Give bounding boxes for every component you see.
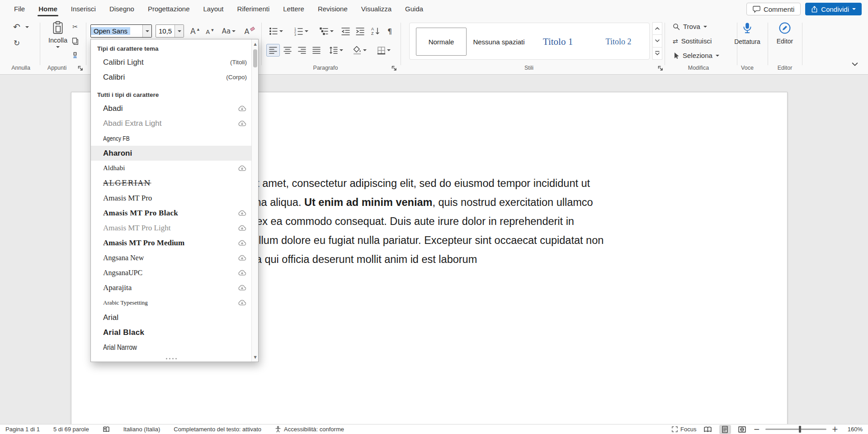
- font-option-abadi-extra-light[interactable]: Abadi Extra Light: [91, 116, 251, 131]
- align-right-button[interactable]: [296, 44, 308, 56]
- sort-button[interactable]: A Z: [369, 25, 382, 37]
- change-case-button[interactable]: Aa: [220, 25, 238, 37]
- scrollbar-up-arrow[interactable]: ▲: [252, 40, 259, 48]
- word-count[interactable]: 5 di 69 parole: [53, 426, 89, 433]
- styles-dialog-launcher[interactable]: [658, 66, 663, 71]
- style-titolo-2[interactable]: Titolo 2: [592, 28, 645, 56]
- replace-icon: ⇄: [673, 38, 678, 45]
- tab-inserisci[interactable]: Inserisci: [64, 0, 103, 18]
- bullets-button[interactable]: [268, 25, 284, 37]
- page-indicator[interactable]: Pagina 1 di 1: [5, 426, 40, 433]
- font-name-dropdown-arrow[interactable]: [142, 25, 151, 37]
- dropdown-resize-grip[interactable]: [91, 356, 251, 361]
- tab-lettere[interactable]: Lettere: [276, 0, 311, 18]
- tab-revisione[interactable]: Revisione: [311, 0, 354, 18]
- justify-button[interactable]: [310, 44, 323, 56]
- zoom-slider-thumb[interactable]: [799, 426, 801, 433]
- copy-button[interactable]: [70, 36, 80, 46]
- undo-chevron-icon[interactable]: [25, 26, 29, 28]
- styles-scroll-up-button[interactable]: [652, 22, 662, 35]
- font-option-arial-black[interactable]: Arial Black: [91, 325, 251, 340]
- align-left-icon: [269, 46, 277, 54]
- share-button[interactable]: Condividi: [805, 3, 862, 15]
- editor-button[interactable]: Editor: [771, 22, 798, 62]
- clipboard-dialog-launcher[interactable]: [78, 66, 83, 71]
- multilevel-list-button[interactable]: [318, 25, 335, 37]
- zoom-slider[interactable]: [765, 429, 826, 430]
- font-option-amasis-mt-pro-medium[interactable]: Amasis MT Pro Medium: [91, 235, 251, 250]
- scrollbar-down-arrow[interactable]: ▼: [252, 353, 259, 361]
- font-size-combobox[interactable]: 10,5: [156, 24, 184, 38]
- clear-formatting-button[interactable]: A: [242, 25, 257, 37]
- read-mode-button[interactable]: [702, 425, 714, 434]
- accessibility-status[interactable]: Accessibilità: conforme: [275, 426, 344, 433]
- font-option-angsanaupc[interactable]: AngsanaUPC: [91, 265, 251, 280]
- decrease-indent-button[interactable]: [340, 25, 352, 37]
- language-indicator[interactable]: Italiano (Italia): [123, 426, 160, 433]
- print-layout-button[interactable]: [719, 425, 731, 434]
- grow-font-icon: A: [190, 27, 196, 36]
- font-option-agency-fb[interactable]: Agency FB: [91, 131, 251, 146]
- font-dropdown-scrollbar[interactable]: ▲ ▼: [251, 39, 258, 362]
- collapse-ribbon-button[interactable]: [852, 62, 858, 66]
- shrink-font-button[interactable]: A ▼: [203, 26, 216, 37]
- zoom-out-button[interactable]: −: [754, 425, 760, 433]
- borders-button[interactable]: [375, 44, 392, 56]
- increase-indent-button[interactable]: [354, 25, 366, 37]
- font-option-abadi[interactable]: Abadi: [91, 101, 251, 116]
- font-option-amasis-mt-pro-light[interactable]: Amasis MT Pro Light: [91, 220, 251, 235]
- grow-font-button[interactable]: A ▲: [188, 25, 202, 37]
- font-option-arabic-typesetting[interactable]: Arabic Typesetting: [91, 295, 251, 310]
- font-option-calibri-light[interactable]: Calibri Light (Titoli): [91, 55, 251, 70]
- replace-button[interactable]: ⇄ Sostituisci: [673, 37, 712, 45]
- text-completion-status[interactable]: Completamento del testo: attivato: [174, 426, 261, 433]
- font-option-amasis-mt-pro[interactable]: Amasis MT Pro: [91, 191, 251, 205]
- font-option-angsana-new[interactable]: Angsana New: [91, 250, 251, 265]
- zoom-level[interactable]: 160%: [844, 426, 863, 433]
- select-button[interactable]: Seleziona: [673, 52, 719, 59]
- numbering-button[interactable]: 1 2 3: [293, 25, 309, 37]
- undo-button[interactable]: ↶: [11, 21, 23, 33]
- paragraph-dialog-launcher[interactable]: [392, 66, 397, 71]
- font-option-aparajita[interactable]: Aparajita: [91, 280, 251, 295]
- font-option-amasis-mt-pro-black[interactable]: Amasis MT Pro Black: [91, 205, 251, 220]
- align-center-button[interactable]: [281, 44, 294, 56]
- font-option-aldhabi[interactable]: Aldhabi: [91, 161, 251, 176]
- format-painter-button[interactable]: [70, 51, 80, 61]
- cut-button[interactable]: ✂: [70, 22, 80, 32]
- find-button[interactable]: Trova: [673, 23, 707, 30]
- font-size-dropdown-arrow[interactable]: [175, 25, 184, 37]
- comments-button[interactable]: Commenti: [746, 3, 801, 15]
- tab-file[interactable]: File: [7, 0, 32, 18]
- shading-button[interactable]: [351, 44, 368, 56]
- tab-progettazione[interactable]: Progettazione: [141, 0, 197, 18]
- style-nessuna-spaziatura[interactable]: Nessuna spaziati: [473, 28, 524, 56]
- tab-disegno[interactable]: Disegno: [103, 0, 141, 18]
- zoom-in-button[interactable]: +: [832, 425, 838, 433]
- tab-home[interactable]: Home: [32, 0, 64, 18]
- styles-scroll-down-button[interactable]: [652, 34, 662, 47]
- styles-more-button[interactable]: [652, 47, 662, 60]
- font-option-arial[interactable]: Arial: [91, 310, 251, 325]
- dictate-button[interactable]: Dettatura: [732, 22, 762, 62]
- proofing-status[interactable]: [103, 426, 110, 432]
- font-option-calibri[interactable]: Calibri (Corpo): [91, 70, 251, 85]
- tab-riferimenti[interactable]: Riferimenti: [231, 0, 277, 18]
- scrollbar-thumb[interactable]: [253, 49, 257, 67]
- font-option-algerian[interactable]: ALGERIAN: [91, 176, 251, 191]
- line-spacing-button[interactable]: [327, 44, 344, 56]
- paste-button[interactable]: Incolla: [44, 21, 71, 62]
- font-option-aharoni[interactable]: Aharoni: [91, 146, 251, 161]
- align-left-button[interactable]: [267, 44, 279, 56]
- font-option-arial-narrow[interactable]: Arial Narrow: [91, 340, 251, 355]
- tab-layout[interactable]: Layout: [197, 0, 231, 18]
- focus-mode-button[interactable]: Focus: [672, 426, 696, 433]
- style-titolo-1[interactable]: Titolo 1: [531, 28, 585, 56]
- tab-visualizza[interactable]: Visualizza: [354, 0, 398, 18]
- show-formatting-button[interactable]: ¶: [384, 25, 395, 37]
- style-normale[interactable]: Normale: [416, 28, 467, 56]
- font-name-combobox[interactable]: Open Sans: [90, 24, 152, 38]
- web-layout-button[interactable]: [736, 425, 748, 434]
- tab-guida[interactable]: Guida: [398, 0, 430, 18]
- redo-button[interactable]: ↻: [11, 37, 23, 49]
